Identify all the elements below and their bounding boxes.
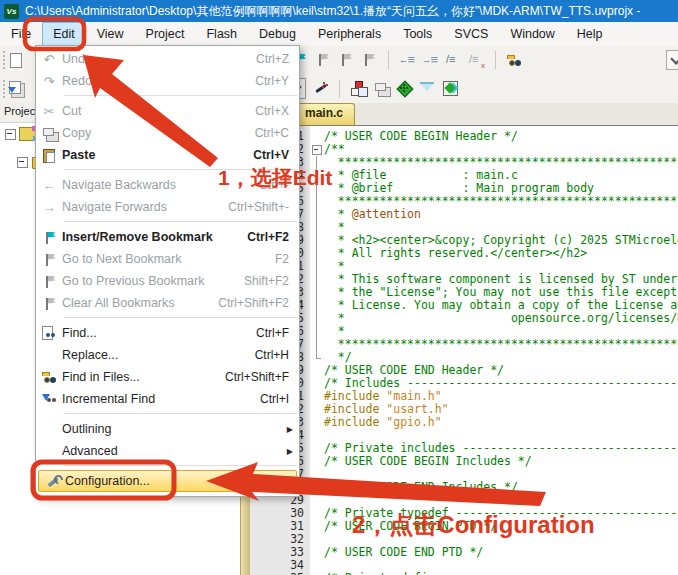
menu-item-icon xyxy=(42,348,57,363)
menu-item-label: Go to Previous Bookmark xyxy=(62,274,244,288)
menu-item-find[interactable]: Find...Ctrl+F xyxy=(36,322,299,344)
menu-item-paste[interactable]: PasteCtrl+V xyxy=(36,144,299,166)
menu-item-shortcut: Ctrl+X xyxy=(255,104,299,118)
menu-item-redo[interactable]: ↷RedoCtrl+Y xyxy=(36,70,299,92)
fold-marker xyxy=(310,247,324,260)
menu-item-label: Incremental Find xyxy=(62,392,260,406)
menu-item-copy[interactable]: CopyCtrl+C xyxy=(36,122,299,144)
menu-item-find-in-files[interactable]: Find in Files...Ctrl+Shift+F xyxy=(36,366,299,388)
indent-more-icon[interactable] xyxy=(422,52,439,69)
menu-debug[interactable]: Debug xyxy=(248,22,307,46)
code-editor[interactable]: main.c 123456789101112131415161718192021… xyxy=(237,103,678,575)
menu-item-cut[interactable]: ✂CutCtrl+X xyxy=(36,100,299,122)
indent-less-icon[interactable] xyxy=(399,52,416,69)
menu-file[interactable]: File xyxy=(0,22,42,46)
menu-edit[interactable]: Edit xyxy=(42,22,86,46)
fold-marker xyxy=(310,273,324,286)
menu-item-shortcut: Ctrl+Shift+F2 xyxy=(218,296,299,310)
runtime-env-icon[interactable] xyxy=(396,80,413,97)
code-line[interactable]: /* USER CODE END Includes */ xyxy=(324,481,678,494)
find-in-files-icon[interactable] xyxy=(506,52,523,69)
menu-item-label: Find in Files... xyxy=(62,370,225,384)
menu-separator xyxy=(64,465,297,466)
menu-svcs[interactable]: SVCS xyxy=(443,22,499,46)
copy-sheets-icon[interactable] xyxy=(373,80,390,97)
menu-view[interactable]: View xyxy=(86,22,135,46)
bookmark-prev-icon[interactable] xyxy=(338,52,355,69)
options-wand-icon[interactable] xyxy=(312,80,329,97)
menu-item-icon-cell xyxy=(36,296,62,311)
toolbar-overflow-chevron-icon[interactable] xyxy=(666,50,678,70)
code-line[interactable]: * opensource.org/licenses/BSD-3-Clause xyxy=(324,312,678,325)
menu-item-incremental-find[interactable]: Incremental FindCtrl+I xyxy=(36,388,299,410)
menu-item-shortcut: Ctrl+Y xyxy=(255,74,299,88)
code-line[interactable]: /* USER CODE END PTD */ xyxy=(324,546,678,559)
menu-tools[interactable]: Tools xyxy=(392,22,443,46)
bookmark-clear-icon[interactable] xyxy=(361,52,378,69)
funnel-icon[interactable] xyxy=(419,80,436,97)
menu-item-shortcut: Ctrl+Shift+F xyxy=(225,370,299,384)
code-fold-margin[interactable] xyxy=(310,126,324,575)
menu-item-go-to-next-bookmark[interactable]: Go to Next BookmarkF2 xyxy=(36,248,299,270)
fold-cell xyxy=(310,429,324,442)
menu-flash[interactable]: Flash xyxy=(195,22,248,46)
toolbar-separator xyxy=(388,51,389,69)
uncomment-icon[interactable] xyxy=(468,52,485,69)
code-line[interactable]: /* USER CODE BEGIN Header */ xyxy=(324,130,678,143)
submenu-arrow-icon: ▶ xyxy=(287,447,299,456)
menu-item-label: Go to Next Bookmark xyxy=(62,252,275,266)
menu-item-configuration[interactable]: Configuration... xyxy=(38,470,297,492)
menu-project[interactable]: Project xyxy=(135,22,196,46)
menu-peripherals[interactable]: Peripherals xyxy=(307,22,392,46)
fold-marker xyxy=(310,286,324,299)
menu-item-advanced[interactable]: Advanced▶ xyxy=(36,440,299,462)
menu-item-icon xyxy=(42,422,57,437)
code-line[interactable]: /* USER CODE BEGIN Includes */ xyxy=(324,455,678,468)
code-line[interactable]: * @attention xyxy=(324,208,678,221)
menu-help[interactable]: Help xyxy=(566,22,614,46)
arrow-right-icon: → xyxy=(43,200,56,215)
code-line[interactable]: #include "gpio.h" xyxy=(324,416,678,429)
fold-cell xyxy=(310,520,324,533)
fold-cell xyxy=(310,416,324,429)
tree-collapse-icon[interactable] xyxy=(5,129,16,140)
tree-item-target[interactable] xyxy=(5,127,36,141)
code-line[interactable]: /* USER CODE BEGIN PTD */ xyxy=(324,520,678,533)
menu-item-icon-cell xyxy=(36,125,62,142)
menu-item-replace[interactable]: Replace...Ctrl+H xyxy=(36,344,299,366)
fold-marker xyxy=(310,260,324,273)
fold-cell xyxy=(310,390,324,403)
menu-item-clear-all-bookmarks[interactable]: Clear All BookmarksCtrl+Shift+F2 xyxy=(36,292,299,314)
fold-cell xyxy=(310,481,324,494)
fold-marker xyxy=(310,221,324,234)
translate-icon[interactable] xyxy=(7,80,24,97)
menu-bar: FileEditViewProjectFlashDebugPeripherals… xyxy=(0,22,678,47)
menu-item-undo[interactable]: ↶UndoCtrl+Z xyxy=(36,48,299,70)
menu-window[interactable]: Window xyxy=(499,22,565,46)
menu-item-navigate-forwards[interactable]: →Navigate ForwardsCtrl+Shift+- xyxy=(36,196,299,218)
paste-icon xyxy=(43,148,55,162)
menu-item-label: Cut xyxy=(62,104,255,118)
fold-cell xyxy=(310,559,324,572)
menu-item-go-to-previous-bookmark[interactable]: Go to Previous BookmarkShift+F2 xyxy=(36,270,299,292)
menu-item-shortcut: Ctrl+C xyxy=(255,126,299,140)
target-cubes-icon[interactable] xyxy=(350,80,367,97)
bookmark-next-icon[interactable] xyxy=(315,52,332,69)
code-line[interactable]: ****************************************… xyxy=(324,338,678,351)
code-area[interactable]: /* USER CODE BEGIN Header *//** ********… xyxy=(324,126,678,575)
menu-item-navigate-backwards[interactable]: ←Navigate BackwardsCtrl+- xyxy=(36,174,299,196)
comment-icon[interactable] xyxy=(445,52,462,69)
pack-installer-icon[interactable] xyxy=(442,80,459,97)
menu-item-shortcut: Ctrl+- xyxy=(259,178,299,192)
tree-collapse-icon[interactable] xyxy=(17,157,28,168)
new-file-icon[interactable] xyxy=(7,52,24,69)
fold-marker[interactable] xyxy=(310,143,324,156)
bookmark-flag-icon xyxy=(42,230,57,245)
menu-item-icon-cell xyxy=(36,348,62,363)
menu-item-insert-remove-bookmark[interactable]: Insert/Remove BookmarkCtrl+F2 xyxy=(36,226,299,248)
tab-main-c[interactable]: main.c xyxy=(293,103,355,125)
menu-item-icon-cell xyxy=(36,369,62,386)
code-line[interactable]: * All rights reserved.</center></h2> xyxy=(324,247,678,260)
menu-item-outlining[interactable]: Outlining▶ xyxy=(36,418,299,440)
fold-marker xyxy=(310,156,324,169)
